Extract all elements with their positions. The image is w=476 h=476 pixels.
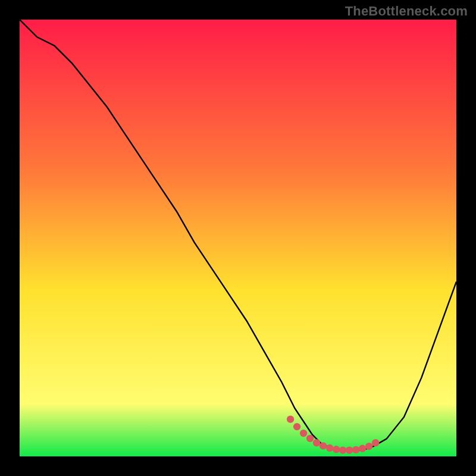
valley-marker [333, 446, 340, 453]
valley-marker [372, 439, 379, 446]
valley-marker [313, 439, 320, 446]
valley-marker [352, 446, 359, 453]
valley-marker [306, 435, 314, 442]
valley-marker [293, 423, 300, 430]
valley-marker [287, 415, 294, 422]
valley-marker [346, 447, 353, 454]
chart-frame: TheBottleneck.com [0, 0, 476, 476]
valley-marker [320, 442, 327, 449]
watermark-text: TheBottleneck.com [345, 4, 468, 19]
bottleneck-chart-svg [20, 20, 456, 456]
valley-marker [300, 430, 307, 437]
valley-marker [326, 444, 333, 452]
valley-marker [365, 443, 372, 450]
gradient-background [20, 20, 456, 456]
valley-marker [359, 445, 366, 452]
valley-marker [339, 447, 346, 454]
plot-area [20, 20, 456, 456]
